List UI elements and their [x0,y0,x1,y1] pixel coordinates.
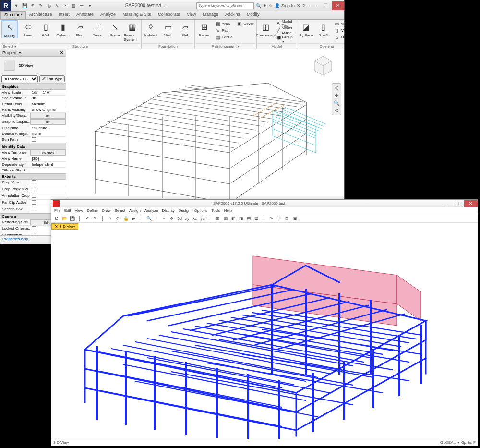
property-row[interactable]: Sun Path [0,137,66,144]
help-search-input[interactable] [196,2,254,9]
beamsystem-button[interactable]: ▦Beam System [124,20,140,42]
signin-button[interactable]: 👤 Sign In [275,3,295,8]
print-icon[interactable]: ⎙ [46,2,52,9]
area-button[interactable]: ▦Area [213,20,234,27]
component-button[interactable]: ◫Component [258,20,274,37]
tool-icon[interactable]: ⬓ [253,215,260,222]
subscription-icon[interactable]: ✦ [263,3,267,8]
orbit-icon[interactable]: ⟲ [335,108,338,113]
menu-options[interactable]: Options [194,208,208,213]
property-row[interactable]: DependencyIndependent [0,162,66,168]
tool-icon[interactable]: ▣ [291,215,298,222]
property-row[interactable]: Parts VisibilityShow Original [0,107,66,113]
tab-view[interactable]: View [183,11,199,19]
checkbox[interactable] [32,226,36,230]
tab-insert[interactable]: Insert [56,11,73,19]
menu-assign[interactable]: Assign [129,208,141,213]
dormer-button[interactable]: ⌂Dormer [333,34,345,40]
yz-icon[interactable]: yz [199,215,206,222]
tool-icon[interactable]: ⊡ [284,215,290,222]
owall-button[interactable]: ▭Wall [333,20,345,27]
tool-icon[interactable]: ◧ [230,215,237,222]
tab-addins[interactable]: Add-Ins [222,11,243,19]
wall-button[interactable]: ▯Wall [37,20,54,37]
zoom-icon[interactable]: 🔍 [145,215,152,222]
property-row[interactable]: View Scale1/8" = 1'-0" [0,90,66,96]
zoom-out-icon[interactable]: − [161,215,168,222]
edit-type-button[interactable]: 🖉 Edit Type [39,75,65,82]
status-coord-sys[interactable]: GLOBAL [440,440,456,445]
path-button[interactable]: ∿Path [213,27,234,34]
property-category[interactable]: Identity Data [0,144,66,150]
property-row[interactable]: Scale Value 1:96 [0,96,66,101]
menu-edit[interactable]: Edit [64,208,71,213]
menu-define[interactable]: Define [87,208,98,213]
revit-app-icon[interactable]: R [0,0,11,11]
floor-button[interactable]: ▱Floor [72,20,88,37]
property-row[interactable]: Visibility/Grap...Edit... [0,113,66,119]
measure-icon[interactable]: ✎ [54,2,60,9]
pointer-icon[interactable]: ↖ [107,215,114,222]
qat-icon[interactable]: ☰ [78,2,85,9]
property-row[interactable]: Crop View [0,180,66,186]
menu-select[interactable]: Select [115,208,125,213]
help-icon[interactable]: ? [302,3,305,8]
modelgroup-button[interactable]: ▣Model Group ▾ [275,34,296,40]
tab-analyze[interactable]: Analyze [97,11,119,19]
zoom-in-icon[interactable]: + [153,215,160,222]
checkbox[interactable] [32,200,36,205]
3d-icon[interactable]: 3d [176,215,183,222]
navigation-bar[interactable]: ◎ ✥ 🔍 ⟲ [332,83,341,115]
close-button[interactable]: ✕ [332,1,344,10]
menu-analyze[interactable]: Analyze [144,208,158,213]
tool-icon[interactable]: ⬒ [245,215,252,222]
tab-architecture[interactable]: Architecture [26,11,56,19]
column-button[interactable]: ▮Column [55,20,71,37]
open-icon[interactable]: ▼ [13,2,20,9]
tool-icon[interactable]: ◨ [238,215,244,222]
tab-massing[interactable]: Massing & Site [119,11,155,19]
modify-button[interactable]: ↖Modify [1,20,18,38]
lock-icon[interactable]: 🔒 [122,215,129,222]
checkbox[interactable] [32,194,36,198]
new-icon[interactable]: 🗋 [53,215,60,222]
undo-icon[interactable]: ↶ [84,215,91,222]
isolated-button[interactable]: ◊Isolated [143,20,159,37]
property-row[interactable]: Title on Sheet [0,168,66,173]
tool-icon[interactable]: ✎ [268,215,275,222]
redo-icon[interactable]: ↷ [37,2,44,9]
viewcube[interactable] [312,54,335,77]
slab-button[interactable]: ▱Slab [177,20,193,37]
shaft-button[interactable]: ▯Shaft [315,20,332,37]
type-selector[interactable]: ⬜ 3D View [0,57,66,74]
checkbox[interactable] [32,180,36,184]
minimize-button[interactable]: — [307,1,319,10]
cover-button[interactable]: ▣Cover [235,20,255,27]
property-row[interactable]: Default Analysi...None [0,131,66,137]
sap-view-tab[interactable]: ✕3-D View [51,223,78,230]
save-icon[interactable]: 💾 [21,2,28,9]
tab-modify[interactable]: Modify [243,11,263,19]
close-tab-icon[interactable]: ✕ [55,224,58,229]
menu-view[interactable]: View [75,208,83,213]
menu-help[interactable]: Help [224,208,232,213]
menu-file[interactable]: File [54,208,60,213]
checkbox[interactable] [32,187,36,191]
qat-icon[interactable]: ▥ [70,2,77,9]
steering-wheel-icon[interactable]: ◎ [335,85,339,90]
view-selector[interactable]: 3D View: {3D} [1,75,38,82]
checkbox[interactable] [32,137,36,142]
fabric-button[interactable]: ▤Fabric [213,34,234,40]
property-row[interactable]: View Template<None> [0,150,66,156]
pan-icon[interactable]: ✥ [335,93,338,98]
xy-icon[interactable]: xy [184,215,191,222]
infocenter-icon[interactable]: 🔍 [256,3,261,8]
redo-icon[interactable]: ↷ [92,215,98,222]
byface-button[interactable]: ◪By Face [298,20,314,37]
property-row[interactable]: Detail LevelMedium [0,101,66,107]
menu-display[interactable]: Display [162,208,174,213]
property-row[interactable]: DisciplineStructural [0,125,66,131]
close-panel-icon[interactable]: ✕ [60,50,64,55]
vertical-button[interactable]: ▯Vertical [333,27,345,34]
favorite-icon[interactable]: ☆ [269,3,273,8]
